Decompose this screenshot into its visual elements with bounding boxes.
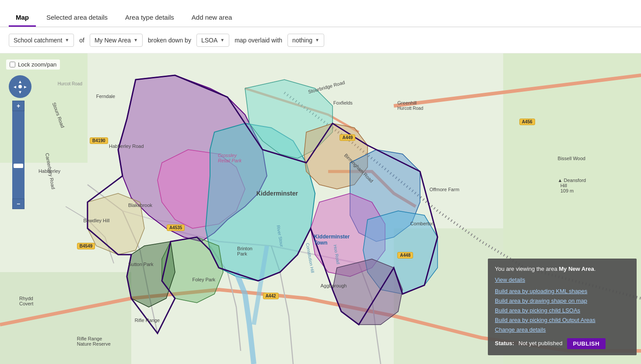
info-area-name: My New Area xyxy=(559,266,594,272)
area-type-arrow-icon: ▼ xyxy=(65,38,69,42)
nav-tabs: MapSelected area detailsArea type detail… xyxy=(0,0,641,27)
lock-zoom-checkbox[interactable] xyxy=(10,62,15,67)
link-draw-shape[interactable]: Build area by drawing shape on map xyxy=(495,296,630,306)
view-details-link[interactable]: View details xyxy=(495,276,525,283)
zoom-in-button[interactable]: + xyxy=(12,101,25,111)
status-value: Not yet published xyxy=(518,339,562,348)
map-overlaid-with-label: map overlaid with xyxy=(235,37,282,44)
area-name-label: My New Area xyxy=(95,37,131,44)
status-label: Status: xyxy=(495,339,514,348)
of-label: of xyxy=(79,37,84,44)
zoom-control[interactable]: + − xyxy=(12,101,25,209)
area-name-dropdown[interactable]: My New Area ▼ xyxy=(90,34,143,47)
publish-button[interactable]: PUBLISH xyxy=(567,338,606,349)
tab-area-type-details[interactable]: Area type details xyxy=(118,9,181,27)
zoom-slider-thumb[interactable] xyxy=(14,164,23,168)
info-title-prefix: You are viewing the area xyxy=(495,266,559,272)
info-panel-status: Status: Not yet published PUBLISH xyxy=(495,338,630,349)
breakdown-dropdown[interactable]: LSOA ▼ xyxy=(196,34,229,47)
tab-selected-area-details[interactable]: Selected area details xyxy=(39,9,115,27)
overlay-label: nothing xyxy=(292,37,312,44)
tab-add-new-area[interactable]: Add new area xyxy=(185,9,239,27)
svg-rect-3 xyxy=(0,272,131,364)
broken-down-by-label: broken down by xyxy=(148,37,191,44)
area-name-arrow-icon: ▼ xyxy=(133,38,138,42)
breakdown-label: LSOA xyxy=(201,37,217,44)
road-badge-b4190: B4190 xyxy=(90,137,108,144)
road-badge-b4549: B4549 xyxy=(77,243,95,249)
road-badge-a442: A442 xyxy=(263,293,279,299)
zoom-slider-track[interactable] xyxy=(12,111,25,199)
overlay-arrow-icon: ▼ xyxy=(315,38,319,42)
pan-control[interactable]: ▲ ◄ ► ▼ xyxy=(9,75,32,98)
road-badge-a448: A448 xyxy=(397,252,413,259)
breakdown-arrow-icon: ▼ xyxy=(220,38,224,42)
pan-circle[interactable]: ▲ ◄ ► ▼ xyxy=(9,75,32,98)
pan-up-icon[interactable]: ▲ xyxy=(18,79,22,84)
road-badge-a449: A449 xyxy=(340,134,355,141)
area-type-dropdown[interactable]: School catchment ▼ xyxy=(9,34,74,47)
info-links: Build area by uploading KML shapes Build… xyxy=(495,287,630,335)
lock-zoom-control[interactable]: Lock zoom/pan xyxy=(6,60,60,70)
link-pick-lsoas[interactable]: Build area by picking child LSOAs xyxy=(495,306,630,315)
pan-down-icon[interactable]: ▼ xyxy=(18,90,22,94)
toolbar: School catchment ▼ of My New Area ▼ brok… xyxy=(0,27,641,53)
area-type-label: School catchment xyxy=(14,37,62,44)
lock-zoom-label: Lock zoom/pan xyxy=(18,61,56,68)
link-change-details[interactable]: Change area details xyxy=(495,325,630,335)
info-panel: You are viewing the area My New Area. Vi… xyxy=(488,259,637,355)
info-title-suffix: . xyxy=(594,266,596,272)
map-area[interactable]: Lock zoom/pan ▲ ◄ ► ▼ + − Ferndale Habbe… xyxy=(0,53,641,364)
link-upload-kml[interactable]: Build area by uploading KML shapes xyxy=(495,287,630,296)
pan-right-icon[interactable]: ► xyxy=(23,84,28,89)
pan-center xyxy=(18,85,22,88)
road-badge-a4535: A4535 xyxy=(167,224,185,231)
road-badge-a456: A456 xyxy=(519,119,535,125)
link-pick-output-areas[interactable]: Build area by picking child Output Areas xyxy=(495,315,630,325)
pan-left-icon[interactable]: ◄ xyxy=(13,84,17,89)
tab-map[interactable]: Map xyxy=(9,9,36,27)
info-panel-title: You are viewing the area My New Area. xyxy=(495,265,630,274)
zoom-out-button[interactable]: − xyxy=(12,199,25,209)
overlay-dropdown[interactable]: nothing ▼ xyxy=(287,34,324,47)
